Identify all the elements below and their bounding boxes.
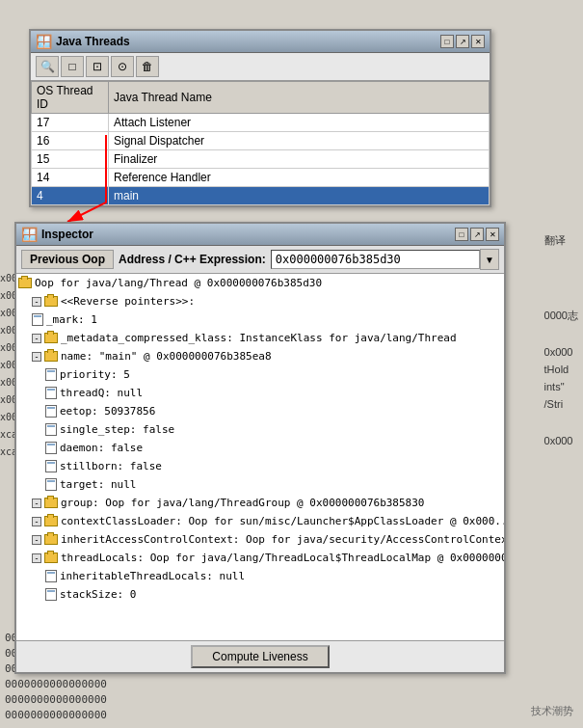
list-item[interactable]: - threadLocals: Oop for java/lang/Thread… (16, 549, 504, 567)
folder-icon (18, 278, 32, 288)
inspector-window-icon: 🪟 (21, 227, 38, 242)
list-item[interactable]: stackSize: 0 (16, 585, 504, 604)
inspector-tree[interactable]: Oop for java/lang/Thread @ 0x000000076b3… (16, 274, 504, 640)
collapse-icon[interactable]: - (32, 535, 41, 545)
minimize-button[interactable]: □ (440, 35, 454, 48)
table-row[interactable]: 15 Finalizer (32, 150, 490, 169)
list-item[interactable]: priority: 5 (16, 365, 504, 384)
list-item[interactable]: - name: "main" @ 0x000000076b385ea8 (16, 347, 504, 365)
folder-icon (44, 498, 58, 508)
address-dropdown-button[interactable]: ▼ (480, 249, 499, 270)
table-row[interactable]: 14 Reference Handler (32, 169, 490, 187)
inspector-title: 🪟 Inspector (21, 227, 93, 242)
tree-item-text: name: "main" @ 0x000000076b385ea8 (61, 348, 272, 364)
page-icon (45, 570, 57, 582)
thread-name: main (109, 187, 490, 205)
list-item[interactable]: Oop for java/lang/Thread @ 0x000000076b3… (16, 274, 504, 292)
list-item[interactable]: target: null (16, 475, 504, 494)
page-icon (45, 442, 57, 454)
thread-id: 4 (32, 187, 109, 205)
page-icon (45, 478, 57, 491)
list-item[interactable]: threadQ: null (16, 384, 504, 402)
tree-item-text: group: Oop for java/lang/ThreadGroup @ 0… (61, 495, 425, 511)
tree-item-text: target: null (60, 476, 136, 493)
thread-name: Finalizer (109, 150, 490, 169)
tree-item-text: contextClassLoader: Oop for sun/misc/Lau… (61, 513, 504, 529)
inspector-footer: Compute Liveness (16, 640, 504, 672)
thread-name: Signal Dispatcher (109, 132, 490, 150)
search-button[interactable]: 🔍 (36, 56, 59, 77)
list-item[interactable]: - inheritAccessControlContext: Oop for j… (16, 530, 504, 549)
tree-item-text: priority: 5 (60, 366, 130, 383)
collapse-icon[interactable]: - (32, 499, 41, 508)
java-threads-title: 🪟 Java Threads (36, 34, 130, 49)
thread-name: Attach Listener (109, 114, 490, 132)
maximize-button[interactable]: ↗ (456, 35, 469, 48)
list-item[interactable]: - _metadata_compressed_klass: InstanceKl… (16, 329, 504, 347)
page-icon (45, 423, 57, 436)
java-threads-controls: □ ↗ ✕ (440, 35, 485, 48)
folder-icon (44, 516, 58, 526)
inspector-close-button[interactable]: ✕ (486, 228, 499, 241)
table-row-selected[interactable]: 4 main (32, 187, 490, 205)
list-item[interactable]: - group: Oop for java/lang/ThreadGroup @… (16, 494, 504, 512)
tree-item-text: _mark: 1 (46, 311, 97, 328)
collapse-icon[interactable]: - (32, 297, 41, 307)
page-icon (45, 405, 57, 418)
list-item[interactable]: - contextClassLoader: Oop for sun/misc/L… (16, 512, 504, 530)
inspector-minimize-button[interactable]: □ (455, 228, 468, 241)
thread-id: 15 (32, 150, 109, 169)
suspend-button[interactable]: ⊙ (111, 56, 134, 77)
tree-item-text: inheritableThreadLocals: null (60, 568, 245, 584)
inspector-titlebar: 🪟 Inspector □ ↗ ✕ (16, 224, 504, 246)
compute-liveness-button[interactable]: Compute Liveness (191, 645, 329, 668)
page-icon (45, 387, 57, 399)
prev-oop-button[interactable]: Previous Oop (21, 250, 114, 269)
col-os-thread-id: OS Thread ID (32, 82, 109, 114)
java-threads-toolbar: 🔍 □ ⊡ ⊙ 🗑 (31, 53, 490, 81)
list-item[interactable]: inheritableThreadLocals: null (16, 567, 504, 585)
page-icon (45, 588, 57, 601)
folder-icon (44, 534, 58, 545)
page-icon (45, 368, 57, 381)
tree-item-text: _metadata_compressed_klass: InstanceKlas… (61, 330, 457, 346)
tree-item-text: single_step: false (60, 421, 174, 438)
tree-item-text: stackSize: 0 (60, 586, 136, 603)
page-icon (32, 313, 43, 326)
thread-id: 16 (32, 132, 109, 150)
table-row[interactable]: 16 Signal Dispatcher (32, 132, 490, 150)
list-item[interactable]: _mark: 1 (16, 310, 504, 329)
inspector-toolbar: Previous Oop Address / C++ Expression: ▼ (16, 246, 504, 274)
table-row[interactable]: 17 Attach Listener (32, 114, 490, 132)
inspect-button[interactable]: □ (61, 56, 84, 77)
close-button[interactable]: ✕ (471, 35, 485, 48)
tree-item-text: <<Reverse pointers>>: (61, 293, 195, 310)
memory-button[interactable]: ⊡ (86, 56, 109, 77)
inspector-controls: □ ↗ ✕ (455, 228, 499, 241)
window-icon: 🪟 (36, 34, 52, 49)
address-input[interactable] (271, 250, 480, 269)
collapse-icon[interactable]: - (32, 334, 41, 343)
list-item[interactable]: single_step: false (16, 420, 504, 439)
list-item[interactable]: eetop: 50937856 (16, 402, 504, 420)
inspector-maximize-button[interactable]: ↗ (470, 228, 484, 241)
list-item[interactable]: - <<Reverse pointers>>: (16, 292, 504, 310)
tree-item-text: threadQ: null (60, 385, 143, 401)
list-item[interactable]: stillborn: false (16, 457, 504, 475)
collapse-icon[interactable]: - (32, 352, 41, 362)
collapse-icon[interactable]: - (32, 517, 41, 526)
collapse-icon[interactable]: - (32, 553, 41, 563)
list-item[interactable]: daemon: false (16, 439, 504, 457)
tree-item-text: Oop for java/lang/Thread @ 0x000000076b3… (35, 275, 322, 291)
thread-name: Reference Handler (109, 169, 490, 187)
tree-item-text: threadLocals: Oop for java/lang/ThreadLo… (61, 550, 504, 566)
tree-item-text: eetop: 50937856 (60, 403, 155, 419)
tree-item-text: stillborn: false (60, 458, 162, 474)
delete-button[interactable]: 🗑 (136, 56, 159, 77)
folder-icon (44, 296, 58, 307)
folder-icon (44, 351, 58, 362)
thread-id: 14 (32, 169, 109, 187)
java-threads-window: 🪟 Java Threads □ ↗ ✕ 🔍 □ ⊡ ⊙ 🗑 OS Thread… (29, 29, 491, 207)
address-label: Address / C++ Expression: (114, 253, 271, 266)
threads-table-container: OS Thread ID Java Thread Name 17 Attach … (31, 81, 490, 205)
